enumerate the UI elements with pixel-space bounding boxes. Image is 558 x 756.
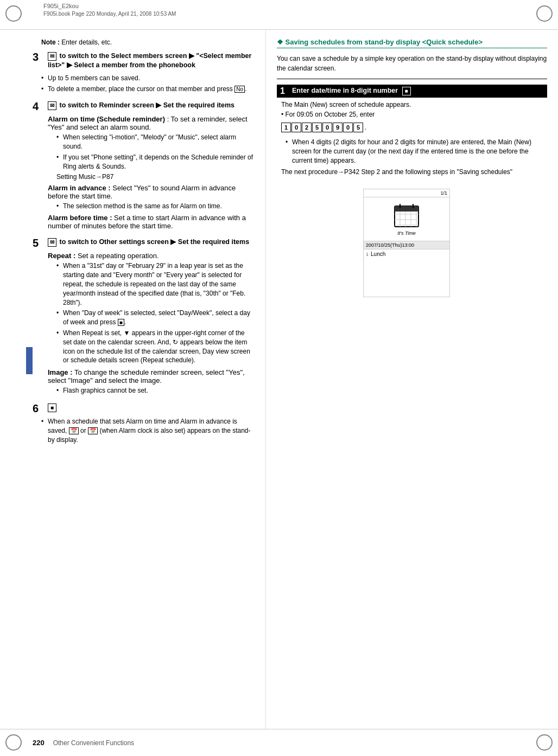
step3-header: 3 ✉ to switch to the Select members scre… bbox=[33, 52, 255, 71]
note-block: Note : Enter details, etc. bbox=[33, 38, 255, 47]
section-divider bbox=[277, 79, 547, 79]
step6-text: ■ bbox=[48, 403, 58, 413]
right-step1-body: The Main (New) screen of schedule appear… bbox=[277, 101, 547, 176]
step3-bullet-2: To delete a member, place the cursor on … bbox=[41, 85, 255, 94]
step4-sub-bullet-1: When selecting "i-motion", "Melody" or "… bbox=[56, 133, 255, 151]
procedure-text: The next procedure→P342 Step 2 and the f… bbox=[281, 168, 547, 176]
svg-rect-1 bbox=[395, 206, 418, 212]
alarm-before-time-label: Alarm before time : bbox=[48, 214, 112, 222]
alarm-in-advance-sub-1: The selection method is the same as for … bbox=[56, 202, 255, 211]
image-sub: Flash graphics cannot be set. bbox=[48, 386, 255, 395]
right-step1-text: Enter date/time in 8-digit number ■ bbox=[292, 86, 411, 96]
digit-3: 2 bbox=[302, 123, 312, 132]
digit-period: . bbox=[365, 124, 366, 131]
example-label: • For 09:05 on October 25, enter bbox=[281, 111, 547, 118]
step5-header: 5 ✉ to switch to Other settings screen ▶… bbox=[33, 238, 255, 248]
step6-block: 6 ■ When a schedule that sets Alarm on t… bbox=[33, 403, 255, 444]
main-screen-text: The Main (New) screen of schedule appear… bbox=[281, 101, 547, 108]
image-sub-1: Flash graphics cannot be set. bbox=[56, 386, 255, 395]
step4-sub-bullet-2: If you set "Phone setting", it depends o… bbox=[56, 153, 255, 171]
repeat-text: Set a repeating operation. bbox=[78, 252, 159, 260]
right-column: ❖ Saving schedules from stand-by display… bbox=[266, 30, 558, 729]
page-number: 220 bbox=[33, 739, 45, 747]
page-content: Note : Enter details, etc. 3 ✉ to switch… bbox=[0, 30, 558, 729]
right-step1-note: When 4 digits (2 digits for hour and 2 d… bbox=[281, 138, 547, 165]
repeat-bullet-3: When Repeat is set, ▼ appears in the upp… bbox=[56, 329, 255, 365]
digit-2: 0 bbox=[291, 123, 301, 132]
page-indicator: 1/1 bbox=[440, 190, 447, 196]
header-filename: F905i_E2kou bbox=[43, 3, 79, 9]
step3-number: 3 bbox=[33, 52, 48, 62]
digit-6: 9 bbox=[333, 123, 343, 132]
footer-section: Other Convenient Functions bbox=[53, 739, 134, 747]
step3-text: ✉ to switch to the Select members screen… bbox=[48, 52, 255, 71]
alarm-on-time-label: Alarm on time (Schedule reminder) bbox=[48, 115, 165, 123]
key-digits-display: 1 0 2 5 0 9 0 5 . bbox=[281, 123, 366, 132]
step4-alarm-before-time: Alarm before time : Set a time to start … bbox=[33, 214, 255, 230]
alarm-in-advance-label: Alarm in advance : bbox=[48, 184, 111, 192]
entry-text: Lunch bbox=[371, 251, 385, 257]
step6-icon: ■ bbox=[48, 403, 56, 412]
step4-icon: ✉ bbox=[48, 101, 56, 110]
step5-number: 5 bbox=[33, 238, 48, 248]
its-time-label: It's Time bbox=[397, 230, 416, 236]
right-step1-number: 1 bbox=[280, 86, 292, 96]
image-label: Image : bbox=[48, 368, 73, 376]
note-label: Note : bbox=[41, 39, 61, 46]
repeat-label: Repeat : bbox=[48, 252, 75, 260]
digit-5: 0 bbox=[322, 123, 332, 132]
step4-sub-bullets: When selecting "i-motion", "Melody" or "… bbox=[48, 133, 255, 171]
left-column: Note : Enter details, etc. 3 ✉ to switch… bbox=[0, 30, 266, 729]
step4-alarm-in-advance: Alarm in advance : Select "Yes" to sound… bbox=[33, 184, 255, 211]
step5-icon: ✉ bbox=[48, 238, 56, 247]
step4-block: 4 ✉ to switch to Reminder screen ▶ Set t… bbox=[33, 101, 255, 230]
phone-screenshot-container: 1/1 It' bbox=[277, 183, 536, 297]
phone-entry-row: 1 Lunch bbox=[364, 249, 449, 259]
phone-screen-top: 1/1 bbox=[364, 189, 449, 197]
step4-alarm-on-time: Alarm on time (Schedule reminder) : To s… bbox=[33, 115, 255, 180]
right-step1-note-text: When 4 digits (2 digits for hour and 2 d… bbox=[286, 138, 547, 165]
entry-num: 1 bbox=[366, 252, 369, 257]
digit-4: 5 bbox=[312, 123, 322, 132]
alarm-in-advance-sub: The selection method is the same as for … bbox=[48, 202, 255, 211]
section-heading: ❖ Saving schedules from stand-by display… bbox=[277, 38, 547, 48]
header-book-info: F905i.book Page 220 Monday, April 21, 20… bbox=[43, 11, 176, 17]
phone-date-bar: 2007/10/25(Thu)13:00 bbox=[364, 241, 449, 249]
step3-block: 3 ✉ to switch to the Select members scre… bbox=[33, 52, 255, 94]
repeat-bullet-1: When a "31st" day or "February 29" in a … bbox=[56, 261, 255, 307]
step3-bullets: Up to 5 members can be saved. To delete … bbox=[33, 74, 255, 94]
footer-bar: 220 Other Convenient Functions bbox=[0, 729, 558, 756]
step4-text: ✉ to switch to Reminder screen ▶ Set the… bbox=[48, 101, 234, 111]
right-step1-header: 1 Enter date/time in 8-digit number ■ bbox=[277, 85, 547, 98]
digit-8: 5 bbox=[353, 123, 363, 132]
step5-text: ✉ to switch to Other settings screen ▶ S… bbox=[48, 238, 249, 247]
step6-bullets: When a schedule that sets Alarm on time … bbox=[33, 417, 255, 444]
step4-number: 4 bbox=[33, 101, 48, 112]
setting-music: Setting Music→P87 bbox=[48, 173, 255, 181]
step6-number: 6 bbox=[33, 403, 48, 414]
digit-7: 0 bbox=[343, 123, 353, 132]
step6-header: 6 ■ bbox=[33, 403, 255, 414]
phone-screenshot: 1/1 It' bbox=[363, 189, 450, 297]
repeat-bullets: When a "31st" day or "February 29" in a … bbox=[48, 261, 255, 365]
step5-image: Image : To change the schedule reminder … bbox=[33, 368, 255, 395]
phone-screen-icon-area: It's Time bbox=[364, 197, 449, 241]
step6-bullet-1: When a schedule that sets Alarm on time … bbox=[41, 417, 255, 444]
step5-block: 5 ✉ to switch to Other settings screen ▶… bbox=[33, 238, 255, 395]
step4-header: 4 ✉ to switch to Reminder screen ▶ Set t… bbox=[33, 101, 255, 112]
step3-icon: ✉ bbox=[48, 52, 56, 61]
image-text: To change the schedule reminder screen, … bbox=[48, 368, 245, 385]
note-text: Enter details, etc. bbox=[61, 39, 112, 46]
digit-1: 1 bbox=[281, 123, 291, 132]
calendar-svg-icon bbox=[393, 202, 420, 229]
header-bar: F905i_E2kou F905i.book Page 220 Monday, … bbox=[0, 0, 558, 30]
intro-text: You can save a schedule by a simple key … bbox=[277, 54, 547, 73]
step3-bullet-1: Up to 5 members can be saved. bbox=[41, 74, 255, 83]
right-step1-block: 1 Enter date/time in 8-digit number ■ Th… bbox=[277, 85, 547, 176]
repeat-bullet-2: When "Day of week" is selected, select "… bbox=[56, 309, 255, 327]
step5-repeat: Repeat : Set a repeating operation. When… bbox=[33, 252, 255, 365]
right-step1-icon: ■ bbox=[402, 87, 411, 95]
